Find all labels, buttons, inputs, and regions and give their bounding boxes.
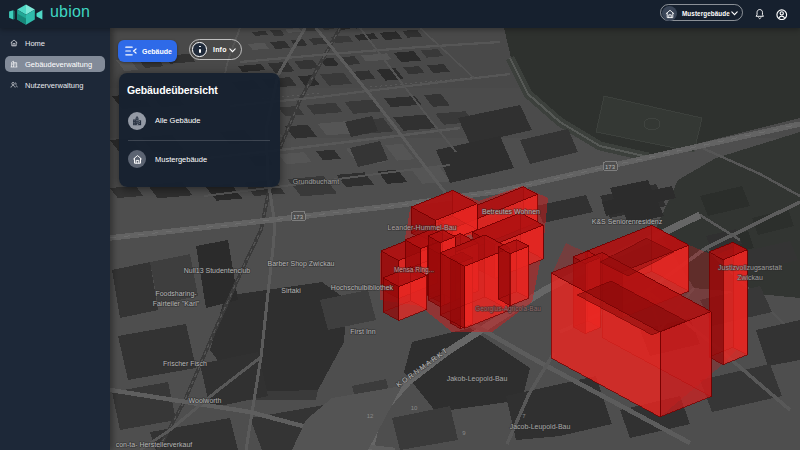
svg-text:Fairteiler "Karl": Fairteiler "Karl" xyxy=(153,300,200,307)
svg-text:10: 10 xyxy=(411,405,418,411)
svg-text:Barber Shop Zwickau: Barber Shop Zwickau xyxy=(268,260,335,268)
svg-text:Jakob-Leopold-Bau: Jakob-Leopold-Bau xyxy=(447,375,508,383)
svg-text:K&S Seniorenresidenz: K&S Seniorenresidenz xyxy=(592,218,663,225)
svg-text:Mensa Ring...: Mensa Ring... xyxy=(394,266,434,274)
svg-text:Jacob-Leupold-Bau: Jacob-Leupold-Bau xyxy=(510,423,571,431)
svg-text:Leander-Hummel-Bau: Leander-Hummel-Bau xyxy=(388,224,457,231)
svg-text:Zwickau: Zwickau xyxy=(737,274,763,281)
svg-text:Null13 Studentenclub: Null13 Studentenclub xyxy=(184,267,251,274)
svg-text:Woolworth: Woolworth xyxy=(189,397,222,404)
svg-text:Sirtaki: Sirtaki xyxy=(281,287,301,294)
svg-text:173: 173 xyxy=(605,164,616,170)
svg-text:Georgius-Agricola-Bau: Georgius-Agricola-Bau xyxy=(475,305,541,313)
svg-text:Justizvollzugsanstalt: Justizvollzugsanstalt xyxy=(718,264,782,272)
svg-text:Frischer Fisch: Frischer Fisch xyxy=(163,360,207,367)
svg-text:Foodsharing-: Foodsharing- xyxy=(155,290,197,298)
svg-text:Betreutes Wohnen: Betreutes Wohnen xyxy=(482,208,540,215)
svg-text:12: 12 xyxy=(367,413,374,419)
svg-text:173: 173 xyxy=(293,214,304,220)
svg-text:con-ta- Herstellerverkauf: con-ta- Herstellerverkauf xyxy=(116,441,193,448)
svg-text:Hochschulbibliothek: Hochschulbibliothek xyxy=(331,284,394,291)
svg-text:Grundbuchamt: Grundbuchamt xyxy=(293,178,339,185)
svg-text:First Inn: First Inn xyxy=(350,328,375,335)
